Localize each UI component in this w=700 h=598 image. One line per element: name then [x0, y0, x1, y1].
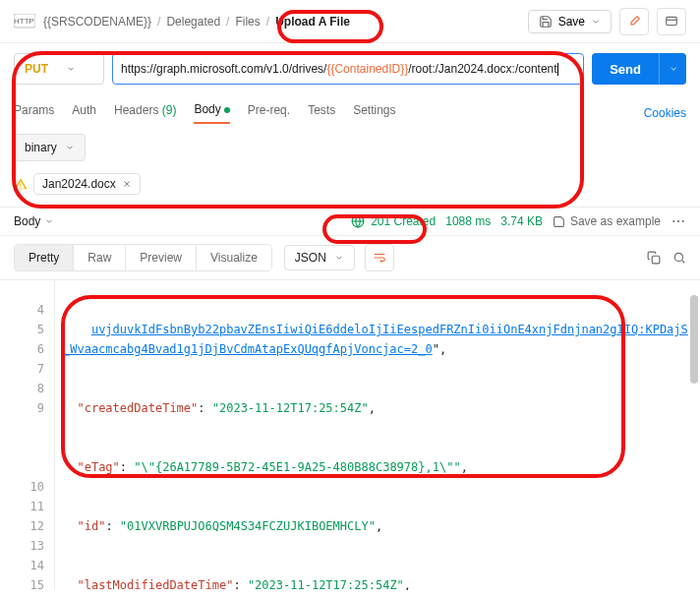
headers-count: (9) — [162, 103, 177, 117]
active-dot-icon — [224, 107, 230, 113]
breadcrumb-sep: / — [266, 15, 269, 29]
svg-point-10 — [682, 220, 684, 222]
search-icon[interactable] — [672, 251, 686, 265]
file-chip[interactable]: Jan2024.docx — [33, 173, 141, 195]
cookies-link[interactable]: Cookies — [644, 106, 686, 120]
breadcrumb-part[interactable]: Delegated — [166, 15, 220, 29]
view-raw[interactable]: Raw — [74, 245, 126, 270]
view-row: Pretty Raw Preview Visualize JSON — [0, 235, 700, 279]
comments-button[interactable] — [657, 8, 686, 35]
copy-icon[interactable] — [647, 251, 661, 265]
response-time: 1088 ms — [445, 214, 491, 228]
chevron-down-icon[interactable] — [591, 17, 601, 27]
save-example-label: Save as example — [570, 214, 661, 228]
share-button[interactable] — [619, 8, 649, 35]
breadcrumb: {{SRSCODENAME}} / Delegated / Files / Up… — [43, 15, 350, 29]
tab-headers-label: Headers — [114, 103, 158, 117]
chevron-down-icon — [65, 143, 75, 152]
send-options-button[interactable] — [659, 53, 686, 85]
response-body-pane[interactable]: 4 5 6 7 8 9 10 11 12 13 14 15 16 uvjduvk… — [0, 279, 700, 590]
code-content: uvjduvkIdFsbnByb22pbavZEnsIiwiQiE6ddeloI… — [55, 280, 700, 590]
tab-headers[interactable]: Headers (9) — [114, 103, 176, 123]
tab-body[interactable]: Body — [194, 102, 229, 124]
body-type-label: binary — [25, 141, 57, 154]
http-icon: HTTP — [14, 12, 35, 31]
remove-file-icon[interactable] — [122, 179, 132, 189]
code-line: "eTag": "\"{26A17789-5B72-45E1-9A25-480B… — [63, 457, 692, 477]
request-tabs: Params Auth Headers (9) Body Pre-req. Te… — [0, 89, 700, 124]
breadcrumb-sep: / — [157, 15, 160, 29]
chevron-down-icon — [44, 216, 54, 226]
format-label: JSON — [295, 251, 326, 265]
url-variable: {{ContainedID}} — [326, 60, 408, 78]
breadcrumb-sep: / — [226, 15, 229, 29]
breadcrumb-part[interactable]: {{SRSCODENAME}} — [43, 15, 151, 29]
response-body-label: Body — [14, 214, 40, 228]
status-text: 201 Created — [371, 214, 436, 228]
view-group: Pretty Raw Preview Visualize — [14, 244, 272, 271]
wrap-lines-button[interactable] — [365, 244, 394, 271]
svg-rect-12 — [652, 256, 660, 264]
breadcrumb-current: Upload A File — [275, 15, 350, 29]
tab-body-label: Body — [194, 102, 220, 116]
url-part: /root:/Jan2024.docx:/content — [408, 60, 556, 78]
scrollbar[interactable] — [690, 295, 698, 384]
globe-icon — [351, 214, 365, 228]
format-select[interactable]: JSON — [284, 245, 355, 270]
code-line: "lastModifiedDateTime": "2023-11-12T17:2… — [63, 575, 692, 590]
line-gutter: 4 5 6 7 8 9 10 11 12 13 14 15 16 — [0, 280, 55, 590]
status-chunk: 201 Created — [351, 214, 436, 228]
save-button[interactable]: Save — [528, 10, 612, 33]
topbar: HTTP {{SRSCODENAME}} / Delegated / Files… — [0, 0, 700, 43]
view-pretty[interactable]: Pretty — [15, 245, 74, 270]
url-part: https://graph.microsoft.com/v1.0/drives/ — [121, 60, 326, 78]
tab-tests[interactable]: Tests — [308, 103, 335, 123]
body-type-select[interactable]: binary — [14, 134, 86, 161]
text-caret — [557, 63, 558, 76]
save-label: Save — [558, 15, 585, 29]
tab-params[interactable]: Params — [14, 103, 54, 123]
url-input[interactable]: https://graph.microsoft.com/v1.0/drives/… — [112, 53, 584, 85]
view-visualize[interactable]: Visualize — [197, 245, 271, 270]
code-line: "id": "01VXVRBPUJO6QSM4S34FCZUJKIBOEMHCL… — [63, 516, 692, 536]
send-group: Send — [592, 53, 686, 85]
method-label: PUT — [25, 62, 48, 76]
response-size: 3.74 KB — [500, 214, 543, 228]
svg-point-8 — [672, 220, 674, 222]
svg-point-9 — [677, 220, 679, 222]
body-type-row: binary — [0, 124, 700, 171]
warning-icon — [14, 177, 28, 191]
svg-line-14 — [682, 261, 685, 264]
more-icon[interactable] — [671, 213, 686, 229]
request-area: PUT https://graph.microsoft.com/v1.0/dri… — [0, 43, 700, 89]
file-row: Jan2024.docx — [0, 171, 700, 207]
send-button[interactable]: Send — [592, 53, 659, 85]
response-body-select[interactable]: Body — [14, 214, 54, 228]
tab-prereq[interactable]: Pre-req. — [248, 103, 290, 123]
code-line: "createdDateTime": "2023-11-12T17:25:54Z… — [63, 398, 692, 418]
view-preview[interactable]: Preview — [126, 245, 197, 270]
breadcrumb-part[interactable]: Files — [235, 15, 260, 29]
svg-text:HTTP: HTTP — [14, 17, 34, 26]
tab-settings[interactable]: Settings — [353, 103, 395, 123]
svg-point-13 — [674, 253, 682, 261]
chevron-down-icon — [66, 64, 76, 74]
file-name: Jan2024.docx — [42, 177, 116, 191]
save-as-example-button[interactable]: Save as example — [553, 214, 661, 228]
svg-rect-2 — [667, 17, 677, 25]
method-select[interactable]: PUT — [14, 53, 104, 85]
chevron-down-icon — [334, 253, 344, 263]
code-line: uvjduvkIdFsbnByb22pbavZEnsIiwiQiE6ddeloI… — [63, 320, 692, 359]
response-header: Body 201 Created 1088 ms 3.74 KB Save as… — [0, 207, 700, 235]
tab-auth[interactable]: Auth — [72, 103, 96, 123]
